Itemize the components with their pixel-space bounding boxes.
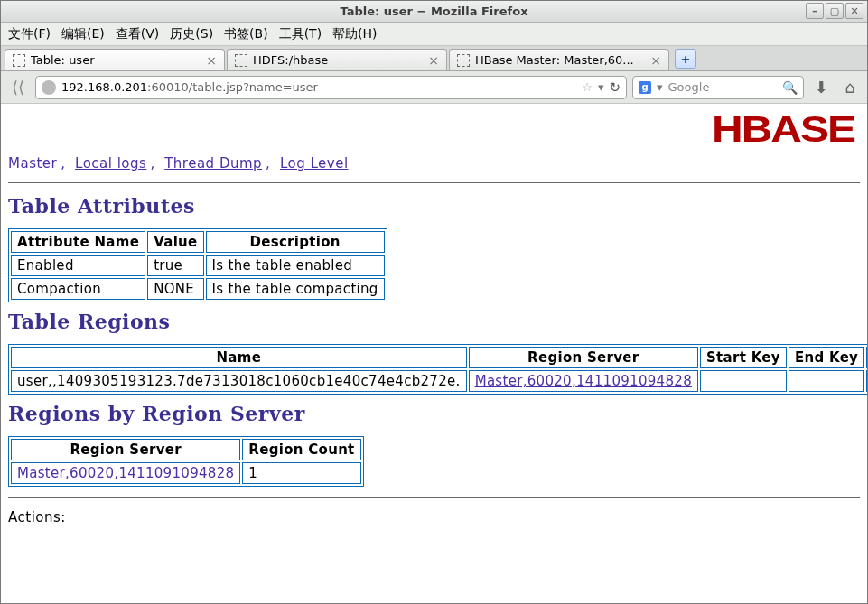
tab-table-user[interactable]: Table: user ×: [5, 49, 225, 70]
table-row: Enabled true Is the table enabled: [11, 255, 385, 276]
new-tab-button[interactable]: +: [675, 49, 696, 69]
cell-value: true: [147, 255, 203, 276]
table-row: Master,60020,1411091094828 1: [11, 462, 361, 484]
cell-end-key: [789, 370, 864, 392]
google-icon: g: [639, 81, 651, 94]
close-icon[interactable]: ×: [650, 54, 661, 67]
minimize-button[interactable]: –: [806, 3, 824, 19]
cell-start-key: [700, 370, 787, 392]
toolbar: ⟨⟨ 192.168.0.201:60010/table.jsp?name=us…: [1, 71, 867, 104]
tab-label: HDFS:/hbase: [253, 53, 423, 67]
by-server-table: Region Server Region Count Master,60020,…: [8, 436, 364, 487]
heading-regions: Table Regions: [8, 310, 860, 333]
cell-desc: Is the table compacting: [206, 278, 385, 300]
nav-links: Master, Local logs, Thread Dump, Log Lev…: [8, 155, 860, 172]
search-icon[interactable]: 🔍: [782, 80, 798, 95]
cell-region-count: 1: [242, 462, 360, 484]
url-dropdown-icon[interactable]: ▾: [598, 80, 604, 94]
search-placeholder: Google: [668, 80, 777, 94]
close-button[interactable]: ✕: [845, 3, 863, 19]
cell-attr-name: Compaction: [11, 278, 145, 300]
link-log-level[interactable]: Log Level: [280, 155, 349, 172]
back-button[interactable]: ⟨⟨: [6, 76, 30, 99]
downloads-button[interactable]: ⬇: [809, 76, 833, 99]
tabstrip: Table: user × HDFS:/hbase × HBase Master…: [1, 46, 867, 71]
page-icon: [235, 54, 247, 67]
tab-label: HBase Master: Master,60...: [475, 53, 645, 67]
actions-label: Actions:: [8, 509, 860, 525]
cell-region-name: user,,1409305193123.7de7313018c1060cb1e4…: [11, 370, 467, 392]
heading-by-server: Regions by Region Server: [8, 402, 860, 425]
close-icon[interactable]: ×: [428, 54, 439, 67]
divider: [8, 182, 860, 183]
cell-region-server: Master,60020,1411091094828: [469, 370, 698, 392]
table-header-row: Name Region Server Start Key End Key Req…: [11, 347, 867, 368]
menu-history[interactable]: 历史(S): [170, 26, 213, 42]
reload-icon[interactable]: ↻: [609, 79, 621, 96]
menu-edit[interactable]: 编辑(E): [61, 26, 105, 42]
col-description: Description: [206, 231, 385, 253]
menu-tools[interactable]: 工具(T): [279, 26, 322, 42]
search-engine-dropdown-icon[interactable]: ▾: [657, 80, 663, 94]
page-icon: [457, 54, 470, 67]
cell-requests: 0: [866, 370, 867, 392]
link-thread-dump[interactable]: Thread Dump: [164, 155, 262, 172]
address-bar[interactable]: 192.168.0.201:60010/table.jsp?name=user …: [35, 76, 627, 99]
globe-icon: [42, 80, 56, 95]
cell-desc: Is the table enabled: [206, 255, 385, 276]
col-attr-name: Attribute Name: [11, 231, 145, 253]
bookmark-star-icon[interactable]: ☆: [582, 80, 593, 94]
tab-label: Table: user: [31, 53, 201, 67]
maximize-button[interactable]: ▢: [826, 3, 844, 19]
search-box[interactable]: g ▾ Google 🔍: [632, 76, 804, 99]
col-region-server: Region Server: [11, 439, 240, 460]
heading-attributes: Table Attributes: [8, 194, 860, 218]
table-header-row: Region Server Region Count: [11, 439, 361, 460]
page-icon: [13, 54, 25, 67]
link-region-server[interactable]: Master,60020,1411091094828: [17, 465, 234, 481]
tab-hbase-master[interactable]: HBase Master: Master,60... ×: [449, 49, 669, 70]
table-row: Compaction NONE Is the table compacting: [11, 278, 385, 300]
menu-view[interactable]: 查看(V): [116, 26, 160, 42]
divider: [8, 497, 860, 498]
link-region-server[interactable]: Master,60020,1411091094828: [475, 373, 692, 389]
col-value: Value: [147, 231, 203, 253]
regions-table: Name Region Server Start Key End Key Req…: [8, 344, 867, 395]
cell-region-server: Master,60020,1411091094828: [11, 462, 240, 484]
col-region-count: Region Count: [242, 439, 360, 460]
menubar: 文件(F) 编辑(E) 查看(V) 历史(S) 书签(B) 工具(T) 帮助(H…: [1, 23, 867, 46]
link-local-logs[interactable]: Local logs: [75, 155, 146, 172]
page-content: HBASE Master, Local logs, Thread Dump, L…: [1, 104, 867, 603]
col-start-key: Start Key: [700, 347, 787, 368]
col-name: Name: [11, 347, 467, 368]
col-requests: Requests: [866, 347, 867, 368]
table-header-row: Attribute Name Value Description: [11, 231, 385, 253]
attributes-table: Attribute Name Value Description Enabled…: [8, 228, 387, 302]
titlebar: Table: user − Mozilla Firefox – ▢ ✕: [1, 1, 867, 23]
tab-hdfs[interactable]: HDFS:/hbase ×: [227, 49, 447, 70]
cell-value: NONE: [147, 278, 203, 300]
close-icon[interactable]: ×: [206, 54, 217, 67]
window-title: Table: user − Mozilla Firefox: [340, 5, 527, 18]
col-region-server: Region Server: [469, 347, 698, 368]
col-end-key: End Key: [789, 347, 864, 368]
cell-attr-name: Enabled: [11, 255, 145, 276]
table-row: user,,1409305193123.7de7313018c1060cb1e4…: [11, 370, 867, 392]
url-text: 192.168.0.201:60010/table.jsp?name=user: [61, 80, 576, 94]
home-button[interactable]: ⌂: [838, 76, 862, 99]
menu-file[interactable]: 文件(F): [8, 26, 51, 42]
link-master[interactable]: Master: [8, 155, 57, 172]
menu-help[interactable]: 帮助(H): [332, 26, 377, 42]
menu-bookmarks[interactable]: 书签(B): [224, 26, 268, 42]
browser-window: Table: user − Mozilla Firefox – ▢ ✕ 文件(F…: [0, 0, 868, 604]
hbase-logo: HBASE: [712, 107, 860, 150]
